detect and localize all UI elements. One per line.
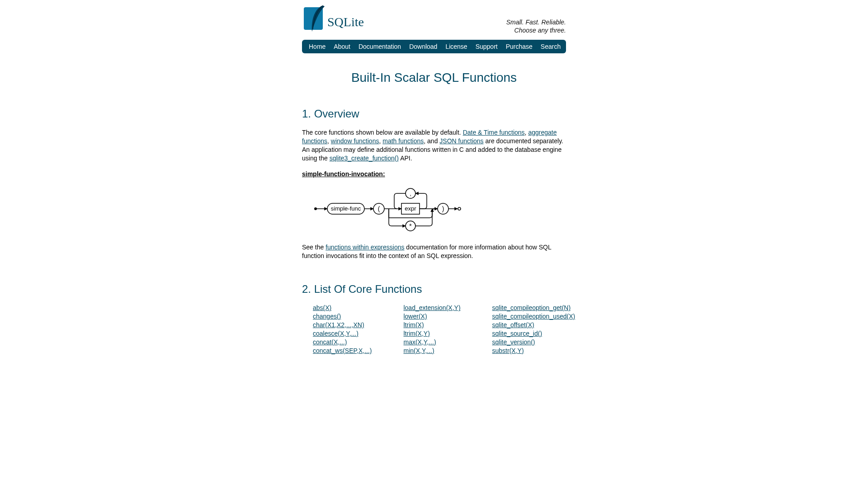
overview-text: , and (424, 137, 439, 145)
diagram-node-rparen: ) (442, 205, 444, 212)
fn-coalesce[interactable]: coalesce(X,Y,...) (313, 329, 372, 338)
fn-lower[interactable]: lower(X) (403, 312, 460, 321)
link-datetime-functions[interactable]: Date & Time functions (463, 129, 525, 136)
syntax-diagram: simple-func ( expr , * ) (313, 186, 566, 233)
diagram-node-expr: expr (405, 205, 416, 212)
diagram-node-comma: , (410, 190, 411, 197)
fn-ltrim-xy[interactable]: ltrim(X,Y) (403, 329, 460, 338)
nav-download[interactable]: Download (405, 43, 441, 50)
fn-char[interactable]: char(X1,X2,...,XN) (313, 321, 372, 329)
header: SQLite Small. Fast. Reliable. Choose any… (302, 0, 566, 40)
fn-concat[interactable]: concat(X,...) (313, 338, 372, 347)
link-math-functions[interactable]: math functions (382, 137, 424, 145)
overview-text: API. (399, 155, 412, 162)
nav-purchase[interactable]: Purchase (502, 43, 537, 50)
nav-home[interactable]: Home (305, 43, 330, 50)
overview-text: The core functions shown below are avail… (302, 129, 463, 136)
tagline-line1: Small. Fast. Reliable. (506, 18, 566, 26)
function-list: abs(X) changes() char(X1,X2,...,XN) coal… (313, 304, 566, 355)
nav-license[interactable]: License (441, 43, 471, 50)
fn-min[interactable]: min(X,Y,...) (403, 347, 460, 355)
section-overview-heading: 1. Overview (302, 108, 566, 120)
link-create-function[interactable]: sqlite3_create_function() (330, 155, 399, 162)
tagline: Small. Fast. Reliable. Choose any three. (506, 18, 566, 36)
section-list-heading: 2. List Of Core Functions (302, 283, 566, 296)
overview-paragraph-2: See the functions within expressions doc… (302, 243, 566, 260)
diagram-node-simple-func: simple-func (331, 205, 361, 212)
fn-sqlite-source-id[interactable]: sqlite_source_id() (492, 329, 576, 338)
fn-concat-ws[interactable]: concat_ws(SEP,X,...) (313, 347, 372, 355)
fn-load-extension[interactable]: load_extension(X,Y) (403, 304, 460, 312)
fn-compileoption-used[interactable]: sqlite_compileoption_used(X) (492, 312, 576, 321)
fn-ltrim-x[interactable]: ltrim(X) (403, 321, 460, 329)
invocation-label[interactable]: simple-function-invocation: (302, 170, 385, 178)
fn-abs[interactable]: abs(X) (313, 304, 372, 312)
nav-search[interactable]: Search (537, 43, 565, 50)
page-title: Built-In Scalar SQL Functions (302, 70, 566, 85)
overview-text: See the (302, 244, 326, 251)
fn-compileoption-get[interactable]: sqlite_compileoption_get(N) (492, 304, 576, 312)
fn-sqlite-offset[interactable]: sqlite_offset(X) (492, 321, 576, 329)
navbar: Home About Documentation Download Licens… (302, 40, 566, 53)
fn-substr[interactable]: substr(X,Y) (492, 347, 576, 355)
nav-documentation[interactable]: Documentation (354, 43, 405, 50)
link-functions-within-expressions[interactable]: functions within expressions (326, 244, 404, 251)
diagram-node-star: * (409, 222, 412, 230)
diagram-node-lparen: ( (378, 205, 380, 212)
nav-support[interactable]: Support (472, 43, 502, 50)
fn-max[interactable]: max(X,Y,...) (403, 338, 460, 347)
nav-about[interactable]: About (330, 43, 354, 50)
link-window-functions[interactable]: window functions (331, 137, 379, 145)
overview-paragraph-1: The core functions shown below are avail… (302, 128, 566, 163)
tagline-line2: Choose any three. (506, 26, 566, 34)
fn-changes[interactable]: changes() (313, 312, 372, 321)
fn-sqlite-version[interactable]: sqlite_version() (492, 338, 576, 347)
logo[interactable]: SQLite (302, 5, 379, 36)
svg-text:SQLite: SQLite (327, 15, 364, 29)
link-json-functions[interactable]: JSON functions (439, 137, 483, 145)
svg-point-15 (458, 207, 461, 210)
overview-text: , (327, 137, 331, 145)
